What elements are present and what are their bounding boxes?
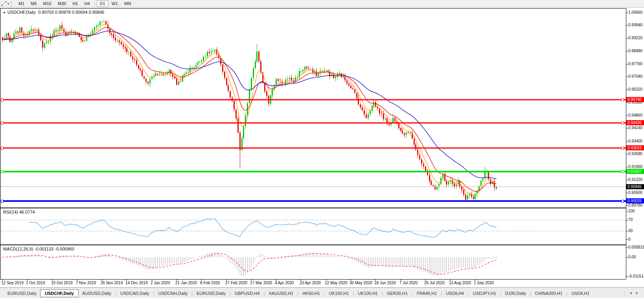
timeframe-button-d1[interactable]: D1 <box>97 0 109 7</box>
hline-price-badge: 0.90026 <box>626 198 644 203</box>
macd-axis-label: 0.00 <box>628 255 636 259</box>
timeframe-button-m15[interactable]: M15 <box>40 0 55 7</box>
rsi-indicator-label: RSI(14) 46.0774 <box>3 210 35 214</box>
date-axis-label: 1 Sep 2020 <box>474 281 494 285</box>
price-axis-label: 0.97760 <box>628 62 642 66</box>
price-axis-label: 0.94140 <box>628 126 642 130</box>
rsi-axis-label: 70 <box>628 218 633 222</box>
date-axis-label: 1 Oct 2019 <box>26 281 45 285</box>
date-axis-label: 26 Nov 2019 <box>101 281 123 285</box>
chart-tab-uk100-h1[interactable]: UK100,H1 <box>354 290 381 297</box>
date-axis-label: 30 May 2020 <box>350 281 372 285</box>
price-axis-label: 0.97040 <box>628 74 642 79</box>
toolbar-grip <box>11 1 14 6</box>
dropdown-caret-icon[interactable]: ▾ <box>7 2 9 5</box>
timeframe-button-w1[interactable]: W1 <box>109 0 121 7</box>
date-axis-label: 18 Jun 2020 <box>374 281 396 285</box>
date-axis-label: 13 Aug 2020 <box>449 281 471 285</box>
toolbar: ▾ M1M5M15M30H1H4D1W1MN <box>0 0 644 7</box>
hline-price-badge: 0.95740 <box>626 97 644 102</box>
rsi-axis-label: 100 <box>628 209 635 213</box>
chart-canvas[interactable] <box>0 8 644 287</box>
price-axis-label: 1.00660 <box>628 10 642 15</box>
price-axis-label: 0.92680 <box>628 152 642 156</box>
date-axis-label: 7 Nov 2019 <box>76 281 96 285</box>
date-axis-label: 19 Oct 2019 <box>51 281 72 285</box>
toolbar-separator <box>95 1 95 6</box>
chart-tab-hk50-h1[interactable]: HK50,H1 <box>299 290 324 297</box>
chart-tab-china300-h1[interactable]: CHINA300,H1 <box>532 290 566 297</box>
date-axis-label: 14 Dec 2019 <box>125 281 148 285</box>
date-axis-label: 21 Jan 2020 <box>175 281 197 285</box>
price-axis-label: 0.98480 <box>628 49 642 53</box>
chart-tab-audusd-daily[interactable]: AUDUSD,Daily <box>79 290 115 297</box>
chart-tab-uk100-h1[interactable]: UK100,H1 <box>326 290 353 297</box>
chart-window: ▼USDCHF,Daily 0.90703 0.90878 0.90694 0.… <box>0 8 644 287</box>
macd-axis-label: -0.011514 <box>628 274 644 278</box>
chart-tab-usdjpy-h1[interactable]: USDJPY,H1 <box>469 290 500 297</box>
price-axis-label: 0.99220 <box>628 36 642 40</box>
rsi-axis-label: 0 <box>628 237 631 241</box>
rsi-value: 46.0774 <box>19 210 35 214</box>
date-axis-label: 17 Mar 2020 <box>250 281 272 285</box>
line-studies-icon[interactable] <box>1 1 7 6</box>
price-axis-label: 0.91220 <box>628 177 642 182</box>
chart-tab-xauusd-h1[interactable]: XAUUSD,H1 <box>265 290 297 297</box>
price-axis-label: 0.90500 <box>628 190 642 195</box>
price-axis-label: 0.93400 <box>628 139 642 143</box>
chart-ohlc-values: 0.90703 0.90878 0.90694 0.90845 <box>38 10 104 15</box>
chart-dropdown-icon[interactable]: ▼ <box>3 11 6 15</box>
chart-title: ▼USDCHF,Daily 0.90703 0.90878 0.90694 0.… <box>3 10 104 15</box>
price-axis-label: 0.89780 <box>628 203 642 207</box>
timeframe-button-mn[interactable]: MN <box>121 0 134 7</box>
price-axis-label: 0.94860 <box>628 113 642 117</box>
chart-tab-bar: EURUSD,DailyUSDCHF,DailyAUDUSD,Daily|USD… <box>0 287 644 298</box>
date-axis-label: 12 Sep 2019 <box>1 281 24 285</box>
tab-scroll-arrows: ◄ ► <box>624 290 643 296</box>
chart-tab-dj30-daily[interactable]: DJ30,Daily <box>502 290 530 297</box>
date-axis-label: 2 Jan 2020 <box>151 281 170 285</box>
timeframe-button-h4[interactable]: H4 <box>81 0 93 7</box>
date-axis-label: 25 Jul 2020 <box>424 281 445 285</box>
date-axis-label: 4 Apr 2020 <box>275 281 294 285</box>
hline-price-badge: 0.93024 <box>626 145 644 150</box>
timeframe-button-m5[interactable]: M5 <box>28 0 40 7</box>
hline-price-badge: 0.94436 <box>626 120 644 125</box>
hline-price-badge: 0.91697 <box>626 169 644 174</box>
chart-tab-eurusd-daily[interactable]: EURUSD,Daily <box>4 290 40 297</box>
current-price-badge: 0.90845 <box>626 184 644 189</box>
chart-tab-fra40-h1[interactable]: FRA40,H1 <box>413 290 440 297</box>
tab-list: EURUSD,DailyUSDCHF,DailyAUDUSD,Daily|USD… <box>0 288 624 298</box>
price-axis-label: 0.91960 <box>628 165 642 169</box>
date-axis-label: 7 Jul 2020 <box>399 281 418 285</box>
date-axis-label: 8 Feb 2020 <box>200 281 220 285</box>
chart-tab-gbpusd-h4[interactable]: GBPUSD,H4 <box>231 290 263 297</box>
chart-tab-usoil-h4[interactable]: USOil,H4 <box>442 290 467 297</box>
chart-tab-ger30-h1[interactable]: GER30,H1 <box>383 290 411 297</box>
tab-scroll-right-icon[interactable]: ► <box>634 291 640 295</box>
date-axis-label: 12 May 2020 <box>325 281 348 285</box>
timeframe-button-m1[interactable]: M1 <box>15 0 28 7</box>
rsi-axis-label: 30 <box>628 229 633 233</box>
price-axis-label: 0.99940 <box>628 23 642 27</box>
macd-indicator-label: MACD(12,26,9) -0.001133 -0.000960 <box>3 247 74 251</box>
chart-tab-eurusd-daily[interactable]: EURUSD,Daily <box>193 290 229 297</box>
tab-scroll-left-icon[interactable]: ◄ <box>627 291 634 295</box>
chart-tab-usoil-h1[interactable]: USOil,H1 <box>568 290 593 297</box>
timeframe-button-m30[interactable]: M30 <box>55 0 69 7</box>
price-axis-label: 0.96320 <box>628 87 642 91</box>
chart-tab-usdcnh-daily[interactable]: USDCNH,Daily <box>155 290 191 297</box>
date-axis-label: 27 Feb 2020 <box>225 281 247 285</box>
chart-tab-usdcad-daily[interactable]: USDCAD,Daily <box>117 290 153 297</box>
date-axis-label: 23 Apr 2020 <box>300 281 321 285</box>
macd-values: -0.001133 -0.000960 <box>34 247 74 251</box>
macd-axis-label: 0.005818 <box>628 245 644 249</box>
timeframe-button-h1[interactable]: H1 <box>69 0 81 7</box>
chart-symbol-label: USDCHF,Daily <box>7 10 36 15</box>
chart-tab-usdchf-daily[interactable]: USDCHF,Daily <box>40 289 79 297</box>
